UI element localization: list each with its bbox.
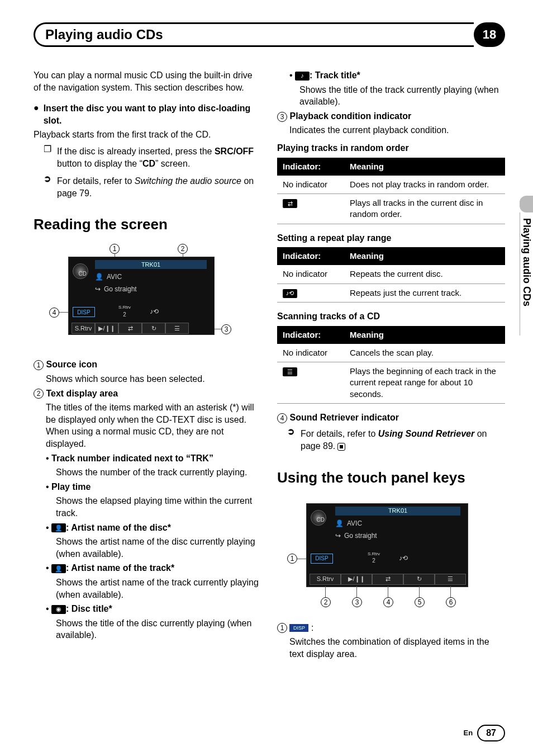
marker-1: 1: [34, 360, 44, 370]
t1r1c1: No indicator: [277, 176, 344, 194]
srtrv-button[interactable]: S.Rtrv: [72, 323, 95, 334]
b3-body: Shows the artist name of the disc curren…: [56, 536, 261, 560]
reading-screen-heading: Reading the screen: [34, 215, 261, 234]
page-footer: En 87: [464, 725, 505, 741]
nav-arrow-icon: ↪: [95, 285, 101, 294]
section-end-icon: [337, 443, 345, 451]
avic-text: AVIC: [107, 272, 122, 281]
control-row: S.Rtrv ▶/❙❙ ⇄ ↻ ☰: [72, 323, 189, 334]
shuffle-icon: ⇄: [283, 199, 297, 208]
item3-head: Playback condition indicator: [289, 111, 411, 121]
repeat-track-icon: ♪⟲: [283, 289, 297, 298]
callout-1: 1: [110, 244, 120, 254]
t1r2c2: Plays all tracks in the current disc in …: [344, 194, 505, 224]
item2-head: Text display area: [46, 389, 118, 398]
side-tab-text: Playing audio CDs: [520, 218, 533, 306]
th-meaning: Meaning: [344, 158, 505, 176]
item4-ref: For details, refer to Using Sound Retrie…: [301, 428, 505, 452]
disp-inline-icon: DISP: [289, 624, 308, 632]
t-callout-4: 4: [383, 597, 393, 607]
artist-track-icon: 👤: [51, 564, 66, 573]
shuffle-button-2[interactable]: ⇄: [372, 574, 403, 585]
t3r2c2: Plays the beginning of each track in the…: [344, 362, 505, 404]
t2r1c2: Repeats the current disc.: [344, 265, 505, 284]
footer-lang: En: [464, 728, 473, 738]
artist-icon-2: 👤: [335, 519, 344, 528]
sound-retriever-indicator: S.Rtrv2: [116, 305, 133, 318]
disp-button[interactable]: DISP: [73, 307, 95, 317]
track-title-icon: ♪: [295, 72, 310, 81]
t-callout-5: 5: [415, 597, 425, 607]
side-tab: Playing audio CDs: [520, 212, 533, 336]
repeat-button-2[interactable]: ↻: [403, 574, 435, 585]
right-column: • ♪: Track title* Shows the title of the…: [277, 67, 505, 662]
side-tab-pill: [520, 196, 533, 212]
b2-head: Play time: [51, 482, 91, 492]
page-header: Playing audio CDs 18: [34, 22, 505, 47]
item4-head: Sound Retriever indicator: [289, 413, 399, 422]
t1r2c1: ⇄: [277, 194, 344, 224]
artist-disc-icon: 👤: [51, 523, 66, 532]
reference-arrow-icon: ➲: [287, 426, 295, 454]
t-callout-3: 3: [352, 597, 362, 607]
go-straight-text: Go straight: [104, 285, 137, 294]
scan-button[interactable]: ☰: [165, 323, 189, 334]
t3r1c2: Cancels the scan play.: [344, 344, 505, 362]
repeat-button[interactable]: ↻: [142, 323, 165, 334]
t1r1c2: Does not play tracks in random order.: [344, 176, 505, 194]
play-pause-button[interactable]: ▶/❙❙: [95, 323, 118, 334]
touch-panel-heading: Using the touch panel keys: [277, 468, 505, 488]
t-callout-6: 6: [446, 597, 456, 607]
b6-body: Shows the title of the track currently p…: [299, 84, 505, 108]
repeat-indicator-icon: ♪⟲: [150, 307, 159, 316]
t-callout-2: 2: [321, 597, 331, 607]
touch-item1-body: Switches the combination of displayed it…: [289, 636, 505, 660]
nav-arrow-icon-2: ↪: [335, 531, 341, 540]
b1-head: Track number indicated next to “TRK”: [51, 453, 213, 463]
disp-button-2[interactable]: DISP: [311, 554, 333, 564]
scan-table: Indicator:Meaning No indicatorCancels th…: [277, 326, 505, 404]
t3r2c1: ☰: [277, 362, 344, 404]
page-number-badge: 87: [477, 725, 505, 741]
b4-head: : Artist name of the track*: [66, 563, 174, 573]
scan-button-2[interactable]: ☰: [435, 574, 466, 585]
note-refer-switching: For details, refer to Switching the audi…: [57, 175, 261, 199]
sr-indicator-2: S.Rtrv2: [365, 551, 382, 565]
srtrv-button-2[interactable]: S.Rtrv: [310, 574, 341, 585]
chapter-badge: 18: [474, 22, 505, 47]
b2-body: Shows the elapsed playing time within th…: [56, 495, 261, 519]
b6-head: : Track title*: [310, 70, 360, 80]
item3-body: Indicates the current playback condition…: [289, 124, 505, 136]
t-callout-1: 1: [287, 554, 297, 564]
cd-source-icon-2: CD: [311, 510, 326, 526]
title-box: Playing audio CDs: [34, 22, 474, 47]
page-title: Playing audio CDs: [45, 26, 163, 44]
scan-icon: ☰: [283, 367, 297, 376]
step-description: Playback starts from the first track of …: [34, 129, 261, 141]
reference-arrow-icon: ➲: [44, 173, 51, 201]
t2r2c2: Repeats just the current track.: [344, 284, 505, 302]
shuffle-button[interactable]: ⇄: [118, 323, 142, 334]
th-indicator: Indicator:: [277, 158, 344, 176]
marker-4: 4: [277, 413, 287, 423]
item2-body: The titles of the items marked with an a…: [46, 401, 261, 450]
t2r1c1: No indicator: [277, 265, 344, 284]
intro-paragraph: You can play a normal music CD using the…: [34, 69, 261, 93]
b1-body: Shows the number of the track currently …: [56, 466, 261, 479]
t3r1c1: No indicator: [277, 344, 344, 362]
left-column: You can play a normal music CD using the…: [34, 67, 261, 662]
play-pause-button-2[interactable]: ▶/❙❙: [341, 574, 372, 585]
repeat-table: Indicator:Meaning No indicatorRepeats th…: [277, 247, 505, 303]
cd-screen-figure: 1 2 4 3 CD TRK01 👤AVIC ↪Go straight DISP…: [49, 240, 234, 352]
touch-marker-1: 1: [277, 623, 287, 633]
callout-3: 3: [221, 324, 231, 334]
touch-panel-figure: 1 CD TRK01 👤AVIC ↪Go straight DISP S.Rtr…: [287, 493, 488, 616]
cd-source-icon: CD: [73, 263, 88, 279]
marker-2: 2: [34, 389, 44, 399]
note-already-inserted: If the disc is already inserted, press t…: [57, 145, 261, 169]
item1-head: Source icon: [46, 360, 97, 369]
marker-3: 3: [277, 112, 287, 122]
checkbox-icon: ❐: [44, 143, 51, 172]
b3-head: : Artist name of the disc*: [66, 523, 171, 532]
callout-2: 2: [178, 244, 188, 254]
